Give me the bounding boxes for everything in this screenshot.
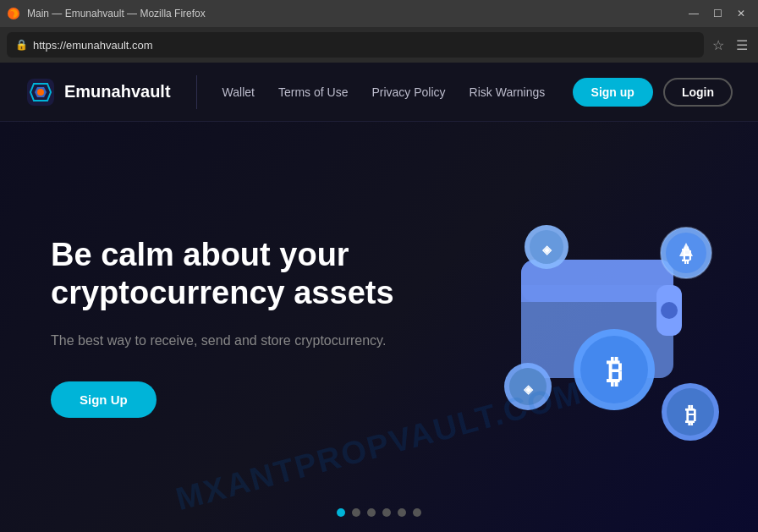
browser-titlebar: Main — Emunahvault — Mozilla Firefox — ☐… <box>0 0 758 27</box>
dots-indicator <box>337 508 421 517</box>
close-button[interactable]: ✕ <box>731 3 751 24</box>
logo-text: Emunahvault <box>64 82 171 101</box>
dot-4[interactable] <box>382 508 391 517</box>
minimize-button[interactable]: — <box>684 3 704 24</box>
svg-point-9 <box>661 302 678 319</box>
firefox-icon <box>7 7 20 20</box>
svg-text:◈: ◈ <box>541 243 552 256</box>
hero-signup-button[interactable]: Sign Up <box>51 381 157 418</box>
address-bar[interactable] <box>33 39 695 52</box>
dot-5[interactable] <box>398 508 406 517</box>
hero-content: Be calm about your cryptocurrency assets… <box>51 236 457 419</box>
dot-2[interactable] <box>352 508 360 517</box>
nav-links: Wallet Terms of Use Privacy Policy Risk … <box>222 85 556 99</box>
dot-3[interactable] <box>367 508 376 517</box>
menu-icon[interactable]: ☰ <box>733 34 751 57</box>
maximize-button[interactable]: ☐ <box>707 3 728 24</box>
nav-link-privacy[interactable]: Privacy Policy <box>371 85 445 99</box>
svg-text:₿: ₿ <box>685 403 696 428</box>
hero-image: ₿ ₿ ◈ ◈ ₿ <box>437 192 724 463</box>
svg-text:◈: ◈ <box>523 382 534 396</box>
svg-rect-7 <box>521 285 673 302</box>
nav-link-wallet[interactable]: Wallet <box>222 85 255 99</box>
svg-point-4 <box>37 89 44 96</box>
svg-text:₿: ₿ <box>607 354 623 389</box>
address-bar-wrapper[interactable]: 🔒 <box>7 32 704 58</box>
nav-link-terms[interactable]: Terms of Use <box>278 85 348 99</box>
navbar-signup-button[interactable]: Sign up <box>573 78 653 107</box>
hero-section: Be calm about your cryptocurrency assets… <box>0 122 758 532</box>
hero-subtitle: The best way to receive, send and store … <box>51 330 457 352</box>
browser-title: Main — Emunahvault — Mozilla Firefox <box>27 8 677 19</box>
nav-actions: Sign up Login <box>573 78 733 107</box>
dot-6[interactable] <box>413 508 421 517</box>
dot-1[interactable] <box>337 508 345 517</box>
logo-area: Emunahvault <box>25 77 171 107</box>
lock-icon: 🔒 <box>15 39 28 51</box>
wallet-illustration: ₿ ₿ ◈ ◈ ₿ <box>437 192 724 463</box>
browser-controls: — ☐ ✕ <box>684 3 751 24</box>
nav-link-risk[interactable]: Risk Warnings <box>470 85 546 99</box>
website-content: Emunahvault Wallet Terms of Use Privacy … <box>0 63 758 532</box>
navbar: Emunahvault Wallet Terms of Use Privacy … <box>0 63 758 122</box>
logo-icon <box>25 77 56 107</box>
browser-toolbar: 🔒 ☆ ☰ <box>0 27 758 63</box>
navbar-login-button[interactable]: Login <box>663 78 733 107</box>
bookmark-icon[interactable]: ☆ <box>709 34 728 57</box>
nav-divider <box>196 75 197 109</box>
browser-chrome: Main — Emunahvault — Mozilla Firefox — ☐… <box>0 0 758 63</box>
hero-title: Be calm about your cryptocurrency assets <box>51 236 457 313</box>
